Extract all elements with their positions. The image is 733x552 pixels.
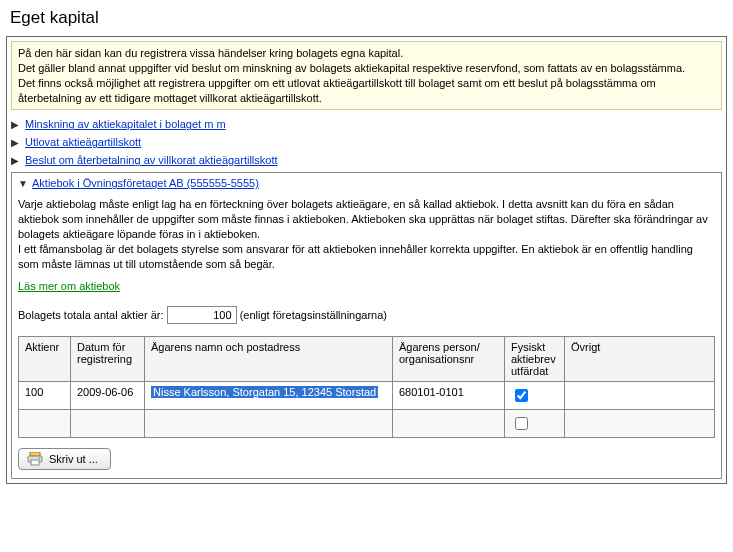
total-shares-input[interactable] bbox=[167, 306, 237, 324]
table-header-row: Aktienr Datum för registrering Ägarens n… bbox=[19, 336, 715, 381]
page-title: Eget kapital bbox=[10, 8, 727, 28]
expander-aktiebok: ▼ Aktiebok i Övningsföretaget AB (555555… bbox=[11, 172, 722, 478]
chevron-right-icon: ▶ bbox=[11, 137, 21, 148]
chevron-right-icon: ▶ bbox=[11, 155, 21, 166]
cell-orgnr[interactable] bbox=[393, 409, 505, 437]
th-aktienr: Aktienr bbox=[19, 336, 71, 381]
th-ovrigt: Övrigt bbox=[565, 336, 715, 381]
svg-rect-2 bbox=[31, 460, 39, 465]
expander-label: Aktiebok i Övningsföretaget AB (555555-5… bbox=[32, 177, 259, 189]
fysiskt-checkbox[interactable] bbox=[515, 389, 528, 402]
read-more-link[interactable]: Läs mer om aktiebok bbox=[18, 280, 120, 292]
expander-minskning[interactable]: ▶ Minskning av aktiekapitalet i bolaget … bbox=[11, 118, 722, 130]
expander-utlovat[interactable]: ▶ Utlovat aktieägartillskott bbox=[11, 136, 722, 148]
chevron-down-icon: ▼ bbox=[18, 178, 28, 189]
svg-rect-0 bbox=[30, 452, 40, 456]
totals-row: Bolagets totala antal aktier är: (enligt… bbox=[18, 306, 715, 324]
th-namn: Ägarens namn och postadress bbox=[145, 336, 393, 381]
cell-namn[interactable]: Nisse Karlsson, Storgatan 15, 12345 Stor… bbox=[145, 381, 393, 409]
cell-ovrigt[interactable] bbox=[565, 381, 715, 409]
desc-line: Varje aktiebolag måste enligt lag ha en … bbox=[18, 197, 715, 242]
cell-orgnr[interactable]: 680101-0101 bbox=[393, 381, 505, 409]
info-line: Det gäller bland annat uppgifter vid bes… bbox=[18, 61, 715, 76]
cell-datum[interactable] bbox=[71, 409, 145, 437]
expander-aktiebok-header[interactable]: ▼ Aktiebok i Övningsföretaget AB (555555… bbox=[18, 177, 715, 189]
cell-fysiskt[interactable] bbox=[505, 409, 565, 437]
expander-beslut[interactable]: ▶ Beslut om återbetalning av villkorat a… bbox=[11, 154, 722, 166]
aktiebok-description: Varje aktiebolag måste enligt lag ha en … bbox=[18, 197, 715, 271]
th-fysiskt: Fysiskt aktiebrev utfärdat bbox=[505, 336, 565, 381]
cell-aktienr[interactable]: 100 bbox=[19, 381, 71, 409]
printer-icon bbox=[27, 452, 43, 466]
fysiskt-checkbox[interactable] bbox=[515, 417, 528, 430]
desc-line: I ett fåmansbolag är det bolagets styrel… bbox=[18, 242, 715, 272]
print-button-label: Skriv ut ... bbox=[49, 453, 98, 465]
outer-panel: På den här sidan kan du registrera vissa… bbox=[6, 36, 727, 484]
cell-ovrigt[interactable] bbox=[565, 409, 715, 437]
cell-namn[interactable] bbox=[145, 409, 393, 437]
th-orgnr: Ägarens person/ organisationsnr bbox=[393, 336, 505, 381]
cell-namn-text: Nisse Karlsson, Storgatan 15, 12345 Stor… bbox=[151, 386, 378, 398]
chevron-right-icon: ▶ bbox=[11, 119, 21, 130]
table-row-empty[interactable] bbox=[19, 409, 715, 437]
expander-label: Utlovat aktieägartillskott bbox=[25, 136, 141, 148]
cell-aktienr[interactable] bbox=[19, 409, 71, 437]
info-line: På den här sidan kan du registrera vissa… bbox=[18, 46, 715, 61]
cell-fysiskt[interactable] bbox=[505, 381, 565, 409]
totals-label: Bolagets totala antal aktier är: bbox=[18, 309, 164, 321]
info-box: På den här sidan kan du registrera vissa… bbox=[11, 41, 722, 110]
info-line: Det finns också möjlighet att registrera… bbox=[18, 76, 715, 106]
expander-label: Minskning av aktiekapitalet i bolaget m … bbox=[25, 118, 226, 130]
aktiebok-table: Aktienr Datum för registrering Ägarens n… bbox=[18, 336, 715, 438]
table-row[interactable]: 100 2009-06-06 Nisse Karlsson, Storgatan… bbox=[19, 381, 715, 409]
svg-point-3 bbox=[39, 457, 41, 459]
totals-suffix: (enligt företagsinställningarna) bbox=[240, 309, 387, 321]
print-button[interactable]: Skriv ut ... bbox=[18, 448, 111, 470]
cell-datum[interactable]: 2009-06-06 bbox=[71, 381, 145, 409]
th-datum: Datum för registrering bbox=[71, 336, 145, 381]
expander-label: Beslut om återbetalning av villkorat akt… bbox=[25, 154, 278, 166]
